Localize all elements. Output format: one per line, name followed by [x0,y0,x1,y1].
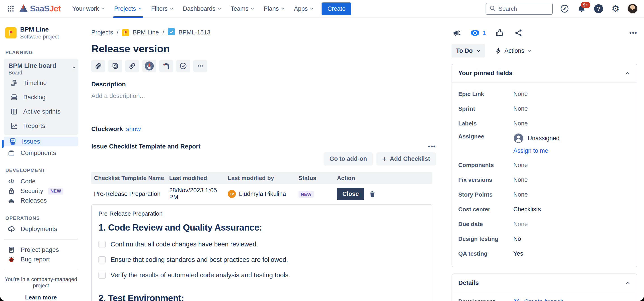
template-name-cell: Pre-Release Preparation [91,184,167,204]
sidebar-divider [4,239,78,240]
status-dropdown[interactable]: To Do [452,44,485,57]
delete-trash-icon[interactable] [369,190,376,198]
nav-your-work[interactable]: Your work [69,0,109,18]
more-actions-button[interactable] [193,60,207,72]
collapse-chevron-icon[interactable] [625,70,630,76]
settings-gear-icon[interactable]: ⚙ [610,3,621,14]
sidebar-item-project-pages[interactable]: Project pages [2,245,80,255]
breadcrumb-projects[interactable]: Projects [91,29,113,36]
sidebar-item-releases[interactable]: Releases [2,196,80,206]
checklist-section-1-title: 1. Code Review and Quality Assurance: [98,223,425,233]
lock-icon [7,187,16,195]
sidebar-item-deployments[interactable]: Deployments [2,224,80,234]
nav-filters[interactable]: Filters [148,0,178,18]
checkbox[interactable] [98,272,106,279]
section-development: DEVELOPMENT [2,168,80,173]
breadcrumb-project[interactable]: BPM Line [133,29,159,36]
search-input[interactable] [498,5,543,12]
status-badge: NEW [298,191,314,198]
sidebar-item-timeline[interactable]: Timeline [7,76,76,90]
breadcrumb: Projects / BPM Line / BPML-1513 [91,28,436,37]
user-avatar[interactable] [628,3,638,14]
sidebar-item-issues[interactable]: Issues [4,137,78,146]
voice-record-button[interactable] [142,60,156,72]
clockwork-show-link[interactable]: show [126,125,141,133]
checkbox[interactable] [98,241,106,248]
description-placeholder[interactable]: Add a description... [91,92,436,99]
sidebar-item-code[interactable]: Code [2,176,80,186]
breadcrumb-issue-key[interactable]: BPML-1513 [178,29,210,36]
ship-icon [7,196,16,205]
selected-indicator [2,140,4,148]
issue-type-icon [168,28,175,37]
learn-more-link[interactable]: Learn more [2,294,80,301]
assign-to-me-link[interactable]: Assign to me [513,147,560,154]
field-qa-testing: QA testing Yes [458,246,630,261]
collapse-chevron-icon[interactable] [625,280,630,286]
attach-button[interactable] [91,60,105,72]
field-labels: Labels None [458,116,630,131]
project-header: BPM Line Software project [2,24,80,40]
discover-icon[interactable] [560,3,570,14]
global-search[interactable] [486,3,553,15]
vote-thumbs-up-icon[interactable] [494,28,505,38]
field-epic-link: Epic Link None [458,86,630,101]
sidebar-item-bug-report[interactable]: Bug report [2,255,80,264]
create-button[interactable]: Create [322,2,351,15]
app-switcher-icon[interactable] [6,4,16,14]
help-icon[interactable]: ? [594,3,604,14]
issue-title[interactable]: Release version [91,43,436,55]
goto-addon-button[interactable]: Go to add-on [324,152,373,165]
watchers[interactable]: 1 [470,29,486,36]
actions-dropdown[interactable]: Actions [495,47,532,54]
assignee-value[interactable]: Unassigned [513,133,560,143]
feedback-megaphone-icon[interactable] [452,28,462,38]
sidebar-divider [4,270,78,270]
sidebar-item-active-sprints[interactable]: Active sprints [7,104,76,119]
checkbox[interactable] [98,256,106,264]
status-row: To Do Actions [452,44,637,57]
timeline-icon [10,79,18,87]
notifications-bell-icon[interactable]: 9+ [576,3,587,14]
link-button[interactable] [125,60,139,72]
field-assignee: Assignee Unassigned Assign to me [458,131,630,158]
checklist-item: Verify the results of automated code ana… [98,272,425,279]
chevron-down-icon [527,49,532,53]
sidebar-item-components[interactable]: Components [2,148,80,158]
nav-plans[interactable]: Plans [260,0,289,18]
last-modified-cell: 28/Nov/2023 1:05 PM [167,184,226,204]
more-actions-icon[interactable]: ••• [630,29,637,36]
checklist-copy-button[interactable] [108,60,122,72]
sidebar-item-security[interactable]: Security NEW [2,186,80,196]
field-design-testing: Design testing No [458,232,630,246]
add-checklist-button[interactable]: +Add Checklist [376,152,436,165]
chevron-down-icon [72,65,76,70]
clock-button[interactable] [176,60,190,72]
watchers-count: 1 [482,29,486,36]
col-template-name: Checklist Template Name [91,172,167,184]
checklist-section-2-title: 2. Test Environment: [98,293,425,301]
share-icon[interactable] [513,28,524,38]
create-branch-link[interactable]: Create branch [513,298,630,301]
close-button[interactable]: Close [337,188,364,200]
boomerang-button[interactable] [159,60,173,72]
col-last-modified-by: Last modified by [226,172,296,184]
checklist-more-icon[interactable]: ••• [428,143,436,150]
details-card: Details Development Create branch [452,274,637,301]
lightning-icon [495,48,502,54]
project-name: BPM Line [20,26,59,33]
sidebar-item-backlog[interactable]: Backlog [7,90,76,104]
project-sidebar: BPM Line Software project PLANNING BPM L… [0,18,82,301]
nav-projects[interactable]: Projects [110,0,146,18]
sidebar-item-reports[interactable]: Reports [7,119,76,133]
nav-teams[interactable]: Teams [227,0,258,18]
git-branch-icon [513,298,520,301]
saasjet-logo[interactable]: SaaSJet [19,4,61,13]
modified-by-cell: LP Liudmyla Pikulina [228,190,294,198]
clockwork-label: Clockwork [91,125,123,133]
issues-icon [8,137,17,146]
nav-apps[interactable]: Apps [290,0,318,18]
board-selector[interactable]: BPM Line board Board [7,62,76,76]
nav-dashboards[interactable]: Dashboards [179,0,225,18]
checklist-panel: Pre-Release Preparation 1. Code Review a… [91,204,432,301]
